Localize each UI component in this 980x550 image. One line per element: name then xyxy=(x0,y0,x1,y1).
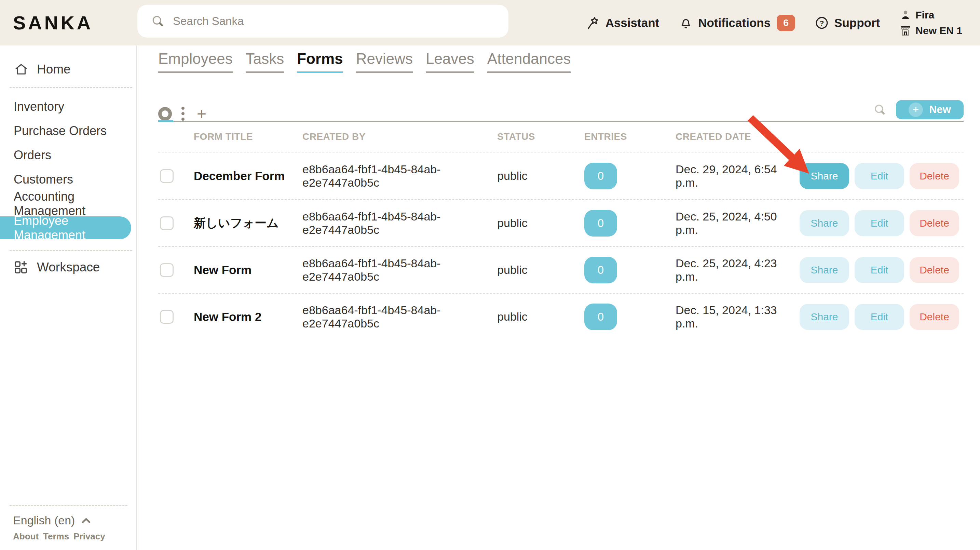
edit-button[interactable]: Edit xyxy=(854,163,904,189)
tab[interactable]: Reviews xyxy=(356,50,413,73)
assistant-icon xyxy=(585,15,601,30)
language-label: English (en) xyxy=(13,514,75,527)
chevron-up-icon xyxy=(80,515,92,526)
share-button[interactable]: Share xyxy=(800,210,849,236)
table-search-icon[interactable] xyxy=(873,102,887,117)
sidebar-item[interactable]: Purchase Orders xyxy=(0,119,136,143)
sidebar-item[interactable]: Inventory xyxy=(0,94,136,119)
add-view-icon[interactable]: + xyxy=(197,107,207,121)
assistant-button[interactable]: Assistant xyxy=(585,15,660,30)
share-button[interactable]: Share xyxy=(800,163,849,189)
new-button[interactable]: + New xyxy=(896,100,964,119)
new-button-label: New xyxy=(929,104,951,116)
created-date: Dec. 25, 2024, 4:50 p.m. xyxy=(676,210,800,236)
user-icon xyxy=(899,8,912,22)
row-actions: Share Edit Delete xyxy=(800,304,964,330)
table-header: FORM TITLE CREATED BY STATUS ENTRIES CRE… xyxy=(158,122,964,153)
share-button[interactable]: Share xyxy=(800,304,849,330)
user-name: Fira xyxy=(915,9,934,21)
col-form-title: FORM TITLE xyxy=(194,131,302,142)
edit-button[interactable]: Edit xyxy=(854,304,904,330)
storefront-icon xyxy=(899,24,912,37)
delete-button[interactable]: Delete xyxy=(910,257,959,283)
status-value: public xyxy=(497,169,584,183)
support-button[interactable]: ? Support xyxy=(814,15,880,30)
assistant-label: Assistant xyxy=(606,16,660,30)
sidebar-footer: English (en) About Terms Privacy xyxy=(0,505,132,550)
support-label: Support xyxy=(834,16,880,30)
entries-badge: 0 xyxy=(584,257,617,284)
created-by: e8b6aa64-fbf1-4b45-84ab-e2e7447a0b5c xyxy=(302,163,497,190)
sidebar-item[interactable]: Orders xyxy=(0,143,136,167)
created-date: Dec. 25, 2024, 4:23 p.m. xyxy=(676,257,800,284)
tab[interactable]: Attendances xyxy=(487,50,571,73)
more-options-icon[interactable] xyxy=(181,107,185,121)
table-row: 新しいフォーム e8b6aa64-fbf1-4b45-84ab-e2e7447a… xyxy=(158,199,964,246)
table-row: December Form e8b6aa64-fbf1-4b45-84ab-e2… xyxy=(158,153,964,199)
sidebar: Home Inventory Purchase Orders Orders Cu… xyxy=(0,45,137,550)
workspace-menu[interactable]: New EN 1 xyxy=(899,24,962,37)
row-checkbox[interactable] xyxy=(160,169,173,183)
topbar: SANKA Assistant Notifications 6 xyxy=(0,0,980,45)
terms-link[interactable]: Terms xyxy=(43,531,69,542)
delete-button[interactable]: Delete xyxy=(910,304,959,330)
row-checkbox[interactable] xyxy=(160,263,173,277)
bell-icon xyxy=(678,15,693,30)
sidebar-home-label: Home xyxy=(37,62,71,77)
edit-button[interactable]: Edit xyxy=(854,257,904,283)
main-content: Employees Tasks Forms Reviews Leaves Att… xyxy=(138,45,980,550)
created-by: e8b6aa64-fbf1-4b45-84ab-e2e7447a0b5c xyxy=(302,210,497,236)
created-by: e8b6aa64-fbf1-4b45-84ab-e2e7447a0b5c xyxy=(302,257,497,284)
sidebar-item[interactable]: Accounting Management xyxy=(0,191,136,216)
entries-badge: 0 xyxy=(584,163,617,190)
search-input[interactable] xyxy=(173,15,487,28)
sidebar-workspace-label: Workspace xyxy=(37,260,100,274)
row-checkbox[interactable] xyxy=(160,310,173,324)
notifications-button[interactable]: Notifications 6 xyxy=(678,15,795,31)
view-tab-icon[interactable] xyxy=(158,107,172,121)
tab[interactable]: Forms xyxy=(297,50,343,73)
table-row: New Form e8b6aa64-fbf1-4b45-84ab-e2e7447… xyxy=(158,246,964,293)
delete-button[interactable]: Delete xyxy=(910,210,959,236)
row-actions: Share Edit Delete xyxy=(800,257,964,283)
table-row: New Form 2 e8b6aa64-fbf1-4b45-84ab-e2e74… xyxy=(158,293,964,340)
sidebar-item-workspace[interactable]: Workspace xyxy=(13,260,136,275)
app-logo: SANKA xyxy=(13,12,93,34)
sidebar-item-home[interactable]: Home xyxy=(14,62,136,77)
tab[interactable]: Leaves xyxy=(426,50,474,73)
about-link[interactable]: About xyxy=(13,531,38,542)
svg-text:?: ? xyxy=(820,19,824,27)
help-icon: ? xyxy=(814,15,829,30)
global-search[interactable] xyxy=(137,5,509,38)
tab[interactable]: Employees xyxy=(158,50,233,73)
sidebar-divider xyxy=(10,505,127,506)
edit-button[interactable]: Edit xyxy=(854,210,904,236)
status-value: public xyxy=(497,216,584,230)
table-body: December Form e8b6aa64-fbf1-4b45-84ab-e2… xyxy=(158,153,964,340)
created-date: Dec. 15, 2024, 1:33 p.m. xyxy=(676,303,800,330)
entries-badge: 0 xyxy=(584,210,617,236)
row-checkbox[interactable] xyxy=(160,216,173,230)
topbar-actions: Assistant Notifications 6 ? Support xyxy=(585,8,980,37)
language-selector[interactable]: English (en) xyxy=(13,514,132,527)
sidebar-item[interactable]: Customers xyxy=(0,167,136,191)
form-title: December Form xyxy=(194,169,302,183)
footer-links: About Terms Privacy xyxy=(13,531,132,542)
table-controls: + + New xyxy=(158,107,964,122)
search-icon xyxy=(150,14,165,29)
sidebar-divider xyxy=(10,87,132,88)
share-button[interactable]: Share xyxy=(800,257,849,283)
sidebar-divider xyxy=(10,250,132,251)
module-tabs: Employees Tasks Forms Reviews Leaves Att… xyxy=(158,50,964,73)
col-status: STATUS xyxy=(497,131,584,142)
form-title: New Form 2 xyxy=(194,310,302,324)
form-title: New Form xyxy=(194,263,302,277)
sidebar-item[interactable]: Employee Management xyxy=(0,216,131,239)
col-created-by: CREATED BY xyxy=(302,131,497,142)
user-menu[interactable]: Fira xyxy=(899,8,962,22)
plus-icon: + xyxy=(908,102,923,117)
tab[interactable]: Tasks xyxy=(246,50,284,73)
delete-button[interactable]: Delete xyxy=(910,163,959,189)
form-title: 新しいフォーム xyxy=(194,215,302,231)
privacy-link[interactable]: Privacy xyxy=(73,531,105,542)
